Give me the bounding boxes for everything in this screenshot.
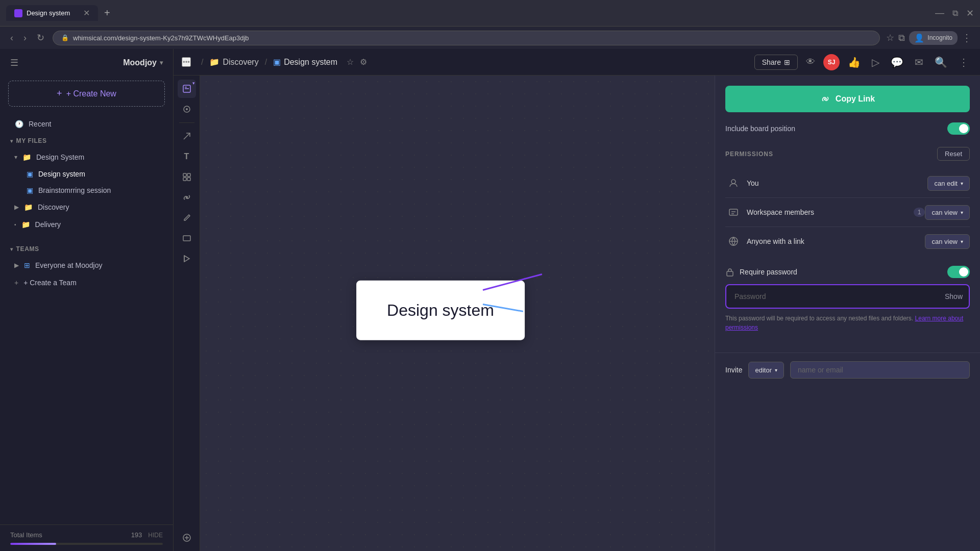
reset-button[interactable]: Reset xyxy=(937,147,970,161)
more-toolbar-button[interactable]: ⋮ xyxy=(955,54,972,70)
new-tab-button[interactable]: + xyxy=(100,5,114,21)
share-button[interactable]: Share ⊞ xyxy=(754,55,798,70)
team-expand-arrow: ▶ xyxy=(14,262,19,269)
more-options-button[interactable]: ••• xyxy=(182,57,191,67)
team-name: Everyone at Moodjoy xyxy=(35,261,103,269)
show-password-button[interactable]: Show xyxy=(945,292,963,300)
copy-link-button[interactable]: Copy Link xyxy=(725,86,970,112)
sidebar-item-brainstorming[interactable]: ▣ Brainstomrring session xyxy=(4,183,169,198)
sidebar-item-design-system-folder[interactable]: ▾ 📁 Design System xyxy=(4,149,169,165)
anyone-role-dropdown[interactable]: can view ▾ xyxy=(925,234,970,249)
canvas[interactable]: Design system xyxy=(200,76,715,551)
anyone-role-label: can view xyxy=(932,238,958,245)
password-label: Require password xyxy=(725,267,797,277)
active-tab[interactable]: Design system ✕ xyxy=(6,5,98,21)
lock-icon xyxy=(725,267,734,277)
teams-section: ▾ TEAMS xyxy=(0,241,173,257)
password-input-row: Show xyxy=(725,284,970,309)
dropdown-arrow: ▾ xyxy=(192,81,195,86)
main-area: ••• / 📁 Discovery / ▣ Design system ☆ ⚙ … xyxy=(174,49,980,551)
create-team-button[interactable]: + + Create a Team xyxy=(4,274,169,291)
hide-button[interactable]: HIDE xyxy=(148,532,163,539)
permissions-title: PERMISSIONS xyxy=(725,151,773,158)
password-input[interactable] xyxy=(726,285,969,308)
create-new-button[interactable]: + + Create New xyxy=(8,81,165,107)
globe-icon xyxy=(725,233,742,249)
sidebar-item-design-system-board[interactable]: ▣ Design system xyxy=(4,166,169,182)
svg-rect-19 xyxy=(727,271,733,276)
you-role-dropdown[interactable]: can edit ▾ xyxy=(927,176,970,191)
svg-rect-8 xyxy=(183,178,186,181)
sidebar-item-delivery[interactable]: • 📁 Delivery xyxy=(4,216,169,233)
tool-link[interactable] xyxy=(178,188,196,207)
extensions-button[interactable]: ⧉ xyxy=(898,33,905,43)
password-hint: This password will be required to access… xyxy=(725,314,970,332)
svg-rect-6 xyxy=(183,173,186,177)
incognito-badge: 👤 Incognito xyxy=(909,31,958,45)
url-text: whimsical.com/design-system-Ky2s7h9ZTWcW… xyxy=(73,34,249,42)
settings-button[interactable]: ⚙ xyxy=(360,57,367,67)
teams-collapse-icon: ▾ xyxy=(10,246,13,252)
sidebar-menu-button[interactable]: ☰ xyxy=(10,57,18,68)
tab-close-button[interactable]: ✕ xyxy=(83,8,90,18)
password-toggle[interactable]: ✓ xyxy=(947,266,970,278)
tool-select[interactable]: ▾ xyxy=(178,80,196,98)
sidebar-item-everyone-moodjoy[interactable]: ▶ ⊞ Everyone at Moodjoy xyxy=(4,257,169,273)
sidebar-item-recent[interactable]: 🕐 Recent xyxy=(4,115,169,133)
tool-grid[interactable] xyxy=(178,168,196,186)
collapse-icon: ▾ xyxy=(10,138,13,144)
tool-play[interactable] xyxy=(178,249,196,268)
star-button[interactable]: ☆ xyxy=(347,57,354,67)
you-label: You xyxy=(747,179,927,187)
tool-add[interactable] xyxy=(178,529,196,547)
plus-icon: + xyxy=(57,88,62,99)
share-panel: Copy Link Include board position ✓ PERMI… xyxy=(715,76,980,551)
tool-pen[interactable] xyxy=(178,209,196,227)
window-minimize[interactable]: — xyxy=(935,8,944,18)
invite-email-input[interactable] xyxy=(790,361,970,379)
svg-rect-17 xyxy=(729,209,738,215)
board-name: Design system xyxy=(38,170,85,178)
tool-text[interactable]: T xyxy=(178,147,196,166)
browser-nav: ‹ › ↻ 🔒 whimsical.com/design-system-Ky2s… xyxy=(0,27,980,49)
toolbar-right: Share ⊞ 👁 SJ 👍 ▷ 💬 ✉ 🔍 ⋮ xyxy=(754,54,972,70)
nav-actions: ☆ ⧉ 👤 Incognito ⋮ xyxy=(886,31,972,45)
sidebar: ☰ Moodjoy ▾ + + Create New 🕐 Recent ▾ MY… xyxy=(0,49,174,551)
invite-role-select[interactable]: editor ▾ xyxy=(748,362,784,379)
permission-row-workspace: Workspace members 1 can view ▾ xyxy=(725,198,970,227)
breadcrumb-discovery[interactable]: 📁 Discovery xyxy=(209,57,258,67)
bookmark-button[interactable]: ☆ xyxy=(886,32,894,43)
tool-rectangle[interactable] xyxy=(178,229,196,247)
tab-favicon xyxy=(14,9,22,17)
window-close[interactable]: ✕ xyxy=(966,8,974,19)
search-button[interactable]: 🔍 xyxy=(932,54,950,70)
canvas-card: Design system xyxy=(356,281,525,340)
workspace-name[interactable]: Moodjoy ▾ xyxy=(123,58,163,67)
window-maximize[interactable]: ⧉ xyxy=(952,9,958,18)
svg-rect-7 xyxy=(187,173,190,177)
like-button[interactable]: 👍 xyxy=(845,54,864,70)
recent-label: Recent xyxy=(29,120,51,128)
svg-point-16 xyxy=(731,180,736,184)
board-position-toggle[interactable]: ✓ xyxy=(947,122,970,135)
workspace-role-dropdown[interactable]: can view ▾ xyxy=(925,205,970,220)
present-button[interactable]: ▷ xyxy=(869,54,883,70)
dropdown-chevron-you: ▾ xyxy=(961,181,963,186)
permission-row-you: You can edit ▾ xyxy=(725,169,970,198)
address-bar[interactable]: 🔒 whimsical.com/design-system-Ky2s7h9ZTW… xyxy=(53,31,880,45)
incognito-label: Incognito xyxy=(927,34,952,41)
view-options-button[interactable]: 👁 xyxy=(803,55,818,69)
share-link-button[interactable]: ✉ xyxy=(912,54,926,70)
text-tool-icon: T xyxy=(184,152,189,161)
comment-button[interactable]: 💬 xyxy=(888,54,906,70)
back-button[interactable]: ‹ xyxy=(8,31,15,45)
tool-arrow[interactable] xyxy=(178,127,196,145)
user-avatar[interactable]: SJ xyxy=(823,54,840,70)
sidebar-item-discovery[interactable]: ▶ 📁 Discovery xyxy=(4,199,169,215)
browser-menu-button[interactable]: ⋮ xyxy=(962,32,972,44)
delivery-dot: • xyxy=(14,222,16,228)
reload-button[interactable]: ↻ xyxy=(35,30,46,45)
forward-button[interactable]: › xyxy=(21,31,29,45)
tool-frame[interactable] xyxy=(178,100,196,118)
anyone-label: Anyone with a link xyxy=(747,237,925,245)
